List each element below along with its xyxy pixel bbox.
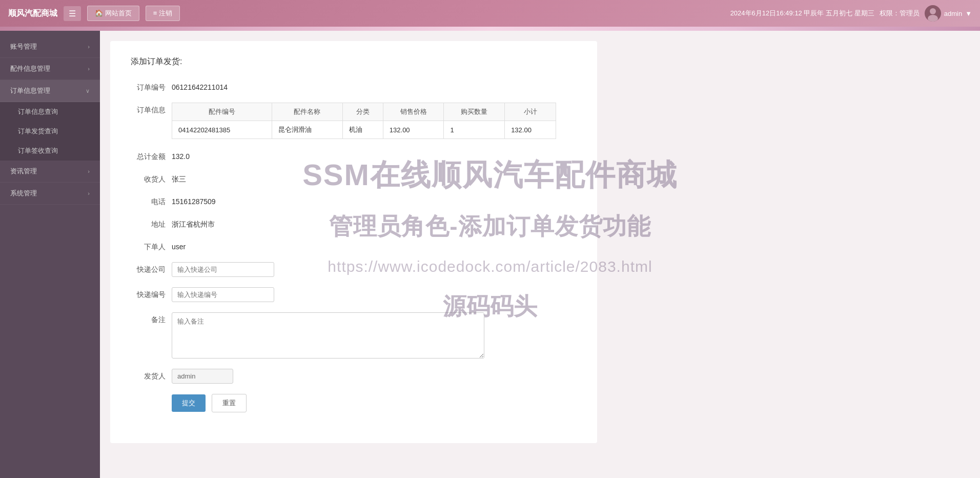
button-group: 提交 重置 [172, 394, 247, 412]
chevron-down-icon: ∨ [86, 88, 90, 94]
svg-point-1 [928, 15, 938, 22]
sidebar-item-news[interactable]: 资讯管理 › [0, 161, 100, 183]
remark-row: 备注 [131, 312, 577, 358]
address-row: 地址 浙江省杭州市 [131, 217, 577, 229]
datetime-display: 2024年6月12日16:49:12 甲辰年 五月初七 星期三 [730, 9, 874, 18]
phone-value: 15161287509 [172, 194, 216, 206]
dropdown-icon: ▼ [965, 10, 972, 17]
sidebar-item-orders-label: 订单信息管理 [10, 86, 50, 95]
sidebar-subitem-order-query[interactable]: 订单信息查询 [0, 102, 100, 122]
submit-button[interactable]: 提交 [172, 394, 206, 412]
header-right: 2024年6月12日16:49:12 甲辰年 五月初七 星期三 权限：管理员 a… [730, 5, 972, 22]
table-header-row: 配件编号 配件名称 分类 销售价格 购买数量 小计 [172, 103, 556, 121]
order-info-row: 订单信息 配件编号 配件名称 分类 销售价格 购买数量 小计 [131, 103, 577, 139]
address-label: 地址 [131, 217, 172, 229]
menu-toggle-button[interactable]: ☰ [64, 6, 81, 21]
chevron-right-icon: › [88, 44, 90, 50]
express-company-row: 快递公司 [131, 262, 577, 277]
gradient-bar [0, 27, 980, 31]
receiver-row: 收货人 张三 [131, 172, 577, 184]
svg-point-0 [930, 8, 936, 14]
sidebar-item-system-label: 系统管理 [10, 189, 37, 198]
chevron-right-icon: › [88, 190, 90, 196]
order-table: 配件编号 配件名称 分类 销售价格 购买数量 小计 04142202481385 [172, 103, 556, 139]
sender-input [172, 369, 233, 384]
reset-button[interactable]: 重置 [212, 394, 247, 412]
sender-label: 发货人 [131, 369, 172, 381]
order-number-label: 订单编号 [131, 80, 172, 92]
sidebar: 账号管理 › 配件信息管理 › 订单信息管理 ∨ 订单信息查询 订单发货查询 订… [0, 31, 100, 478]
express-no-label: 快递编号 [131, 287, 172, 300]
sidebar-item-news-label: 资讯管理 [10, 167, 37, 176]
cell-price: 132.00 [383, 121, 444, 139]
col-quantity: 购买数量 [444, 103, 505, 121]
remark-label: 备注 [131, 312, 172, 325]
order-number-value: 06121642211014 [172, 80, 228, 91]
chevron-right-icon: › [88, 66, 90, 72]
sidebar-item-account-label: 账号管理 [10, 42, 37, 51]
admin-info[interactable]: admin ▼ [925, 5, 972, 22]
sidebar-subitem-order-query-label: 订单信息查询 [18, 108, 58, 115]
form-title: 添加订单发货: [131, 56, 577, 67]
total-amount-value: 132.0 [172, 149, 190, 161]
sidebar-item-parts[interactable]: 配件信息管理 › [0, 58, 100, 80]
express-no-row: 快递编号 [131, 287, 577, 302]
cell-part-name: 昆仑润滑油 [272, 121, 343, 139]
col-part-no: 配件编号 [172, 103, 272, 121]
orderer-value: user [172, 240, 186, 251]
header-left: 顺风汽配商城 ☰ 🏠 网站首页 ≡ 注销 [8, 6, 180, 21]
chevron-right-icon: › [88, 168, 90, 174]
cell-part-no: 04142202481385 [172, 121, 272, 139]
site-logo: 顺风汽配商城 [8, 8, 57, 19]
order-info-label: 订单信息 [131, 103, 172, 115]
remark-textarea[interactable] [172, 312, 484, 358]
button-spacer [131, 394, 172, 397]
total-amount-label: 总计金额 [131, 149, 172, 162]
total-amount-row: 总计金额 132.0 [131, 149, 577, 162]
content-area: 添加订单发货: 订单编号 06121642211014 订单信息 配件编号 配件… [100, 31, 980, 478]
sidebar-item-orders[interactable]: 订单信息管理 ∨ [0, 80, 100, 102]
address-value: 浙江省杭州市 [172, 217, 215, 229]
receiver-label: 收货人 [131, 172, 172, 184]
sidebar-subitem-order-receipt-label: 订单签收查询 [18, 147, 58, 154]
sender-row: 发货人 [131, 369, 577, 384]
order-number-row: 订单编号 06121642211014 [131, 80, 577, 92]
main-layout: 账号管理 › 配件信息管理 › 订单信息管理 ∨ 订单信息查询 订单发货查询 订… [0, 31, 980, 478]
col-price: 销售价格 [383, 103, 444, 121]
col-subtotal: 小计 [505, 103, 556, 121]
express-company-input[interactable] [172, 262, 274, 277]
header: 顺风汽配商城 ☰ 🏠 网站首页 ≡ 注销 2024年6月12日16:49:12 … [0, 0, 980, 27]
orderer-row: 下单人 user [131, 240, 577, 252]
col-part-name: 配件名称 [272, 103, 343, 121]
cell-category: 机油 [343, 121, 383, 139]
order-table-wrapper: 配件编号 配件名称 分类 销售价格 购买数量 小计 04142202481385 [172, 103, 556, 139]
receiver-value: 张三 [172, 172, 186, 184]
sidebar-item-account[interactable]: 账号管理 › [0, 36, 100, 58]
phone-label: 电话 [131, 194, 172, 207]
phone-row: 电话 15161287509 [131, 194, 577, 207]
express-no-input[interactable] [172, 287, 274, 302]
sidebar-subitem-order-delivery[interactable]: 订单发货查询 [0, 122, 100, 141]
express-company-label: 快递公司 [131, 262, 172, 274]
sidebar-subitem-order-receipt[interactable]: 订单签收查询 [0, 141, 100, 161]
orderer-label: 下单人 [131, 240, 172, 252]
button-row: 提交 重置 [131, 394, 577, 412]
cell-subtotal: 132.00 [505, 121, 556, 139]
avatar [925, 5, 941, 22]
logout-button[interactable]: ≡ 注销 [146, 6, 180, 21]
sidebar-subitem-order-delivery-label: 订单发货查询 [18, 127, 58, 135]
admin-name: admin [944, 10, 962, 17]
sidebar-item-parts-label: 配件信息管理 [10, 64, 50, 73]
sidebar-item-system[interactable]: 系统管理 › [0, 183, 100, 205]
col-category: 分类 [343, 103, 383, 121]
cell-quantity: 1 [444, 121, 505, 139]
table-row: 04142202481385 昆仑润滑油 机油 132.00 1 132.00 [172, 121, 556, 139]
form-container: 添加订单发货: 订单编号 06121642211014 订单信息 配件编号 配件… [110, 41, 597, 443]
permission-display: 权限：管理员 [880, 9, 920, 18]
home-button[interactable]: 🏠 网站首页 [87, 6, 139, 21]
